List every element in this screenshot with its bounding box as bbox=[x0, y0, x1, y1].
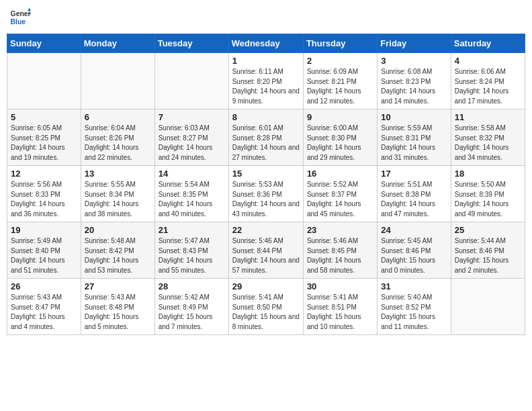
calendar-cell bbox=[81, 53, 154, 109]
day-info: Sunrise: 5:41 AM Sunset: 8:51 PM Dayligh… bbox=[307, 293, 373, 332]
day-number: 30 bbox=[307, 281, 373, 291]
page-header: General Blue bbox=[7, 7, 525, 28]
day-number: 27 bbox=[85, 281, 151, 291]
day-number: 20 bbox=[85, 225, 151, 235]
week-row-2: 5Sunrise: 6:05 AM Sunset: 8:25 PM Daylig… bbox=[7, 109, 525, 166]
calendar-header-row: SundayMondayTuesdayWednesdayThursdayFrid… bbox=[7, 34, 525, 53]
calendar-cell: 24Sunrise: 5:45 AM Sunset: 8:46 PM Dayli… bbox=[378, 222, 451, 279]
calendar-cell: 16Sunrise: 5:52 AM Sunset: 8:37 PM Dayli… bbox=[303, 166, 377, 222]
day-info: Sunrise: 5:53 AM Sunset: 8:36 PM Dayligh… bbox=[232, 180, 300, 219]
day-number: 25 bbox=[455, 225, 521, 235]
day-info: Sunrise: 6:08 AM Sunset: 8:23 PM Dayligh… bbox=[381, 67, 447, 106]
calendar-table: SundayMondayTuesdayWednesdayThursdayFrid… bbox=[7, 34, 525, 335]
calendar-cell: 11Sunrise: 5:58 AM Sunset: 8:32 PM Dayli… bbox=[451, 109, 525, 166]
day-info: Sunrise: 5:41 AM Sunset: 8:50 PM Dayligh… bbox=[232, 293, 300, 332]
calendar-cell: 19Sunrise: 5:49 AM Sunset: 8:40 PM Dayli… bbox=[7, 222, 81, 279]
svg-text:Blue: Blue bbox=[11, 18, 26, 26]
svg-marker-2 bbox=[28, 8, 31, 11]
calendar-cell: 14Sunrise: 5:54 AM Sunset: 8:35 PM Dayli… bbox=[154, 166, 228, 222]
day-number: 15 bbox=[232, 169, 300, 179]
column-header-friday: Friday bbox=[378, 34, 451, 53]
calendar-cell: 9Sunrise: 6:00 AM Sunset: 8:30 PM Daylig… bbox=[303, 109, 377, 166]
calendar-cell bbox=[451, 279, 525, 335]
day-number: 3 bbox=[381, 56, 447, 66]
column-header-saturday: Saturday bbox=[451, 34, 525, 53]
day-number: 12 bbox=[11, 169, 77, 179]
day-info: Sunrise: 6:03 AM Sunset: 8:27 PM Dayligh… bbox=[159, 124, 225, 163]
calendar-cell: 4Sunrise: 6:06 AM Sunset: 8:24 PM Daylig… bbox=[451, 53, 525, 109]
column-header-monday: Monday bbox=[81, 34, 154, 53]
day-info: Sunrise: 5:44 AM Sunset: 8:46 PM Dayligh… bbox=[455, 236, 521, 275]
svg-text:General: General bbox=[11, 10, 31, 17]
calendar-cell: 25Sunrise: 5:44 AM Sunset: 8:46 PM Dayli… bbox=[451, 222, 525, 279]
day-info: Sunrise: 5:43 AM Sunset: 8:47 PM Dayligh… bbox=[11, 293, 77, 332]
column-header-wednesday: Wednesday bbox=[228, 34, 303, 53]
day-number: 10 bbox=[381, 112, 447, 122]
calendar-cell: 2Sunrise: 6:09 AM Sunset: 8:21 PM Daylig… bbox=[303, 53, 377, 109]
day-number: 18 bbox=[455, 169, 521, 179]
day-number: 26 bbox=[11, 281, 77, 291]
calendar-cell bbox=[154, 53, 228, 109]
calendar-cell: 6Sunrise: 6:04 AM Sunset: 8:26 PM Daylig… bbox=[81, 109, 154, 166]
day-number: 28 bbox=[159, 281, 225, 291]
day-info: Sunrise: 6:00 AM Sunset: 8:30 PM Dayligh… bbox=[307, 124, 373, 163]
day-number: 14 bbox=[159, 169, 225, 179]
day-info: Sunrise: 5:50 AM Sunset: 8:39 PM Dayligh… bbox=[455, 180, 521, 219]
calendar-cell: 21Sunrise: 5:47 AM Sunset: 8:43 PM Dayli… bbox=[154, 222, 228, 279]
day-number: 21 bbox=[159, 225, 225, 235]
calendar-cell: 23Sunrise: 5:46 AM Sunset: 8:45 PM Dayli… bbox=[303, 222, 377, 279]
week-row-3: 12Sunrise: 5:56 AM Sunset: 8:33 PM Dayli… bbox=[7, 166, 525, 222]
day-number: 24 bbox=[381, 225, 447, 235]
day-number: 23 bbox=[307, 225, 373, 235]
calendar-cell: 3Sunrise: 6:08 AM Sunset: 8:23 PM Daylig… bbox=[378, 53, 451, 109]
calendar-cell bbox=[7, 53, 81, 109]
day-number: 6 bbox=[85, 112, 151, 122]
week-row-4: 19Sunrise: 5:49 AM Sunset: 8:40 PM Dayli… bbox=[7, 222, 525, 279]
day-number: 19 bbox=[11, 225, 77, 235]
day-number: 1 bbox=[232, 56, 300, 66]
calendar-cell: 7Sunrise: 6:03 AM Sunset: 8:27 PM Daylig… bbox=[154, 109, 228, 166]
logo-icon: General Blue bbox=[9, 7, 31, 28]
calendar-cell: 17Sunrise: 5:51 AM Sunset: 8:38 PM Dayli… bbox=[378, 166, 451, 222]
day-info: Sunrise: 5:48 AM Sunset: 8:42 PM Dayligh… bbox=[85, 236, 151, 275]
day-info: Sunrise: 5:54 AM Sunset: 8:35 PM Dayligh… bbox=[159, 180, 225, 219]
week-row-1: 1Sunrise: 6:11 AM Sunset: 8:20 PM Daylig… bbox=[7, 53, 525, 109]
calendar-cell: 12Sunrise: 5:56 AM Sunset: 8:33 PM Dayli… bbox=[7, 166, 81, 222]
day-info: Sunrise: 5:52 AM Sunset: 8:37 PM Dayligh… bbox=[307, 180, 373, 219]
day-info: Sunrise: 6:09 AM Sunset: 8:21 PM Dayligh… bbox=[307, 67, 373, 106]
day-info: Sunrise: 5:46 AM Sunset: 8:44 PM Dayligh… bbox=[232, 236, 300, 275]
column-header-tuesday: Tuesday bbox=[154, 34, 228, 53]
day-info: Sunrise: 5:56 AM Sunset: 8:33 PM Dayligh… bbox=[11, 180, 77, 219]
calendar-cell: 18Sunrise: 5:50 AM Sunset: 8:39 PM Dayli… bbox=[451, 166, 525, 222]
day-info: Sunrise: 5:46 AM Sunset: 8:45 PM Dayligh… bbox=[307, 236, 373, 275]
day-info: Sunrise: 6:01 AM Sunset: 8:28 PM Dayligh… bbox=[232, 124, 300, 163]
day-number: 8 bbox=[232, 112, 300, 122]
day-number: 13 bbox=[85, 169, 151, 179]
day-info: Sunrise: 6:04 AM Sunset: 8:26 PM Dayligh… bbox=[85, 124, 151, 163]
day-info: Sunrise: 5:59 AM Sunset: 8:31 PM Dayligh… bbox=[381, 124, 447, 163]
day-number: 17 bbox=[381, 169, 447, 179]
calendar-cell: 27Sunrise: 5:43 AM Sunset: 8:48 PM Dayli… bbox=[81, 279, 154, 335]
calendar-cell: 1Sunrise: 6:11 AM Sunset: 8:20 PM Daylig… bbox=[228, 53, 303, 109]
day-info: Sunrise: 5:51 AM Sunset: 8:38 PM Dayligh… bbox=[381, 180, 447, 219]
day-info: Sunrise: 5:58 AM Sunset: 8:32 PM Dayligh… bbox=[455, 124, 521, 163]
calendar-cell: 29Sunrise: 5:41 AM Sunset: 8:50 PM Dayli… bbox=[228, 279, 303, 335]
day-info: Sunrise: 5:42 AM Sunset: 8:49 PM Dayligh… bbox=[159, 293, 225, 332]
day-info: Sunrise: 6:11 AM Sunset: 8:20 PM Dayligh… bbox=[232, 67, 300, 106]
calendar-cell: 8Sunrise: 6:01 AM Sunset: 8:28 PM Daylig… bbox=[228, 109, 303, 166]
day-info: Sunrise: 5:47 AM Sunset: 8:43 PM Dayligh… bbox=[159, 236, 225, 275]
day-info: Sunrise: 6:05 AM Sunset: 8:25 PM Dayligh… bbox=[11, 124, 77, 163]
day-info: Sunrise: 5:55 AM Sunset: 8:34 PM Dayligh… bbox=[85, 180, 151, 219]
day-number: 4 bbox=[455, 56, 521, 66]
calendar-cell: 22Sunrise: 5:46 AM Sunset: 8:44 PM Dayli… bbox=[228, 222, 303, 279]
day-number: 22 bbox=[232, 225, 300, 235]
column-header-sunday: Sunday bbox=[7, 34, 81, 53]
calendar-cell: 28Sunrise: 5:42 AM Sunset: 8:49 PM Dayli… bbox=[154, 279, 228, 335]
day-info: Sunrise: 5:43 AM Sunset: 8:48 PM Dayligh… bbox=[85, 293, 151, 332]
logo: General Blue bbox=[9, 7, 31, 28]
calendar-cell: 31Sunrise: 5:40 AM Sunset: 8:52 PM Dayli… bbox=[378, 279, 451, 335]
calendar-cell: 30Sunrise: 5:41 AM Sunset: 8:51 PM Dayli… bbox=[303, 279, 377, 335]
calendar-cell: 20Sunrise: 5:48 AM Sunset: 8:42 PM Dayli… bbox=[81, 222, 154, 279]
calendar-body: 1Sunrise: 6:11 AM Sunset: 8:20 PM Daylig… bbox=[7, 53, 525, 335]
day-number: 9 bbox=[307, 112, 373, 122]
